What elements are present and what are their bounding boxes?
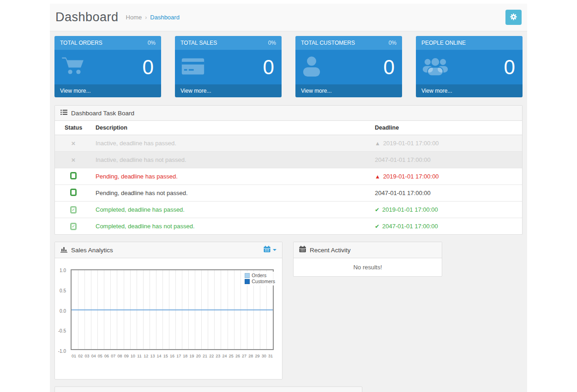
y-tick-label: -1.0	[58, 349, 66, 354]
x-tick-label: 28	[248, 354, 253, 358]
tile-value: 0	[143, 56, 154, 79]
check-square-icon: ✔	[70, 223, 77, 230]
tile-percent: 0%	[148, 40, 156, 46]
deadline-text: 2019-01-01 17:00:00	[383, 173, 439, 180]
x-tick-label: 04	[91, 354, 96, 358]
tile-people-online: PEOPLE ONLINE 0	[416, 36, 523, 97]
bar-chart-icon	[60, 246, 67, 254]
legend-entry: Customers	[245, 279, 275, 285]
x-tick-label: 08	[117, 354, 122, 358]
settings-button[interactable]	[505, 10, 522, 25]
task-row: × Inactive, deadline has passed. ▲2019-0…	[55, 135, 522, 151]
gear-icon	[510, 13, 517, 22]
breadcrumb-current-link[interactable]: Dashboard	[150, 14, 180, 21]
tile-value: 0	[263, 56, 274, 79]
user-icon	[302, 56, 321, 79]
tile-percent: 0%	[268, 40, 276, 46]
breadcrumb: Home › Dashboard	[126, 14, 180, 21]
sales-analytics-title: Sales Analytics	[71, 247, 113, 254]
content-area: TOTAL ORDERS 0% 0 View more...	[50, 31, 527, 392]
tile-percent: 0%	[389, 40, 397, 46]
square-outline-icon	[70, 189, 77, 196]
tile-label: PEOPLE ONLINE	[421, 40, 466, 46]
task-deadline: ▲2019-01-01 17:00:00	[371, 168, 522, 184]
page-header: Dashboard Home › Dashboard	[50, 4, 527, 31]
x-tick-label: 29	[255, 354, 260, 358]
x-tick-label: 17	[176, 354, 181, 358]
view-more-link[interactable]: View more...	[295, 84, 402, 97]
y-tick-label: -0.5	[58, 328, 66, 333]
x-tick-label: 06	[104, 354, 109, 358]
legend-swatch	[245, 273, 250, 278]
breadcrumb-home-link[interactable]: Home	[126, 14, 142, 21]
sales-chart-legend: OrdersCustomers	[243, 272, 277, 285]
x-tick-label: 16	[170, 354, 174, 358]
x-tick-label: 12	[144, 354, 148, 358]
sales-chart-plot: OrdersCustomers	[71, 269, 274, 350]
tile-total-customers: TOTAL CUSTOMERS 0% 0 View more...	[295, 36, 402, 97]
stat-tiles: TOTAL ORDERS 0% 0 View more...	[54, 36, 523, 97]
x-tick-label: 03	[84, 354, 89, 358]
x-tick-label: 01	[72, 354, 76, 358]
tile-label: TOTAL SALES	[180, 40, 217, 46]
x-tick-label: 09	[124, 354, 129, 358]
x-tick-label: 19	[190, 354, 194, 358]
app-container: Dashboard Home › Dashboard	[50, 4, 527, 392]
task-deadline: ✔2019-01-01 17:00:00	[371, 201, 522, 218]
deadline-text: 2019-01-01 17:00:00	[383, 140, 439, 147]
task-row: ✔ Completed, deadline has passed. ✔2019-…	[55, 201, 522, 218]
legend-label: Customers	[252, 279, 275, 285]
sales-chart-xaxis: 0102030405060708091011121314151617181920…	[71, 352, 274, 358]
charts-row: Sales Analytics	[54, 242, 523, 380]
credit-card-icon	[181, 57, 204, 77]
x-tick-label: 27	[242, 354, 246, 358]
y-tick-label: 0.5	[60, 288, 66, 293]
recent-activity-title: Recent Activity	[310, 247, 351, 254]
deadline-text: 2047-01-01 17:00:00	[382, 223, 438, 230]
page-title: Dashboard	[55, 10, 119, 24]
task-row: ✔ Completed, deadline has not passed. ✔2…	[55, 218, 522, 234]
tile-value: 0	[504, 56, 515, 79]
task-description: Completed, deadline has passed.	[92, 201, 371, 218]
x-tick-label: 13	[150, 354, 155, 358]
task-row: Pending, deadline has not passed. 2047-0…	[55, 184, 522, 201]
legend-entry: Orders	[245, 273, 275, 279]
task-board-panel: Dashboard Task Board Status Description …	[54, 105, 523, 235]
chart-range-dropdown-button[interactable]	[264, 246, 276, 254]
shopping-cart-icon	[61, 56, 85, 78]
legend-swatch	[245, 279, 250, 284]
task-deadline: ▲2019-01-01 17:00:00	[371, 135, 522, 151]
task-description: Pending, deadline has not passed.	[92, 184, 371, 201]
task-board-title: Dashboard Task Board	[71, 110, 134, 117]
partial-panel	[54, 386, 362, 392]
task-row: × Inactive, deadline has not passed. 204…	[55, 151, 522, 168]
series-line	[72, 309, 273, 310]
x-tick-label: 18	[183, 354, 187, 358]
square-outline-icon	[70, 172, 77, 179]
x-tick-label: 07	[111, 354, 115, 358]
x-tick-label: 21	[203, 354, 207, 358]
view-more-link[interactable]: View more...	[54, 84, 161, 97]
x-tick-label: 31	[268, 354, 273, 358]
view-more-link[interactable]: View more...	[175, 84, 282, 97]
task-description: Inactive, deadline has not passed.	[92, 151, 371, 168]
times-icon: ×	[72, 156, 76, 164]
x-tick-label: 11	[137, 354, 141, 358]
sales-chart: 1.00.50.0-0.5-1.0 OrdersCustomers 010203…	[55, 258, 282, 379]
sales-chart-yaxis: 1.00.50.0-0.5-1.0	[55, 270, 68, 351]
breadcrumb-separator: ›	[145, 14, 147, 21]
task-description: Completed, deadline has not passed.	[92, 218, 371, 234]
view-more-link[interactable]: View more...	[416, 84, 523, 97]
calendar-icon	[299, 246, 306, 254]
column-header-deadline: Deadline	[371, 121, 522, 135]
deadline-text: 2019-01-01 17:00:00	[382, 206, 438, 213]
check-square-icon: ✔	[70, 206, 77, 214]
list-icon	[60, 109, 67, 117]
task-deadline: 2047-01-01 17:00:00	[371, 184, 522, 201]
task-deadline: ✔2047-01-01 17:00:00	[371, 218, 522, 234]
column-header-description: Description	[92, 121, 371, 135]
users-icon	[422, 56, 448, 78]
tile-total-sales: TOTAL SALES 0% 0	[175, 36, 282, 97]
task-table: Status Description Deadline × Inactive, …	[55, 121, 522, 234]
chevron-down-icon	[273, 249, 276, 251]
